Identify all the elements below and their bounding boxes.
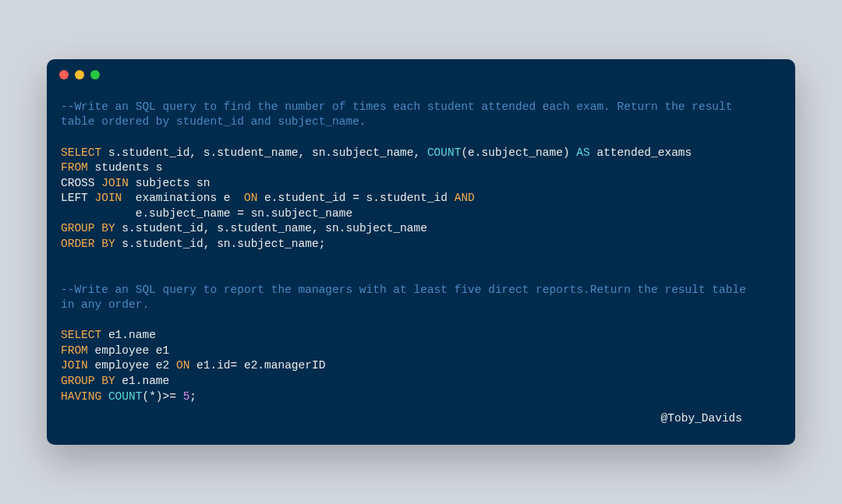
keyword-as: AS (576, 146, 589, 159)
keyword-from: FROM (61, 161, 88, 174)
keyword-groupby: GROUP BY (61, 375, 115, 387)
sql-text: students s (88, 161, 163, 174)
author-credit: @Toby_Davids (47, 404, 795, 425)
sql-text: s.student_id, sn.subject_name; (115, 238, 326, 250)
sql-columns: s.student_id, s.student_name, sn.subject… (101, 146, 427, 159)
paren-close: ) (563, 146, 576, 159)
sql-text: e1.name (101, 329, 156, 341)
keyword-join: JOIN (95, 192, 122, 204)
comment-line: table ordered by student_id and subject_… (61, 115, 366, 128)
sql-text: employee e2 (88, 359, 176, 372)
maximize-icon[interactable] (90, 70, 100, 79)
minimize-icon[interactable] (75, 70, 84, 79)
sql-text: s.student_id, s.student_name, sn.subject… (115, 222, 427, 234)
keyword-groupby: GROUP BY (61, 222, 115, 234)
sql-text: LEFT (61, 192, 95, 204)
sql-text: e.student_id = s.student_id (257, 192, 454, 204)
sql-text: examinations e (122, 192, 244, 204)
fn-count: COUNT (108, 390, 143, 403)
comment-line: --Write an SQL query to report the manag… (61, 284, 753, 296)
code-window: --Write an SQL query to find the number … (47, 59, 795, 445)
operator-gte: >= (163, 390, 183, 403)
semicolon: ; (189, 390, 196, 403)
sql-text: e.subject_name = sn.subject_name (61, 207, 352, 220)
paren-close: ) (156, 390, 163, 403)
paren-open: ( (142, 390, 149, 403)
sql-text: employee e1 (88, 344, 169, 357)
sql-text (101, 390, 108, 403)
fn-count: COUNT (427, 146, 462, 159)
keyword-on: ON (176, 359, 189, 372)
window-titlebar (47, 59, 795, 79)
sql-text: CROSS (61, 177, 101, 189)
keyword-join: JOIN (101, 177, 129, 189)
paren-open: ( (461, 146, 468, 159)
keyword-on: ON (244, 192, 257, 204)
sql-text: e1.id= e2.managerID (189, 359, 325, 372)
keyword-join: JOIN (61, 359, 88, 372)
keyword-orderby: ORDER BY (61, 238, 115, 250)
fn-arg: e.subject_name (468, 146, 563, 159)
alias: attended_exams (590, 146, 692, 159)
keyword-select: SELECT (61, 329, 101, 341)
comment-line: --Write an SQL query to find the number … (61, 100, 739, 113)
keyword-from: FROM (61, 344, 88, 357)
code-block: --Write an SQL query to find the number … (47, 79, 795, 404)
keyword-select: SELECT (61, 146, 101, 159)
keyword-and: AND (455, 192, 475, 204)
sql-text: e1.name (115, 375, 170, 387)
close-icon[interactable] (59, 70, 69, 79)
sql-text: subjects sn (129, 177, 210, 189)
comment-line: in any order. (61, 298, 149, 311)
keyword-having: HAVING (61, 390, 101, 403)
star: * (149, 390, 156, 403)
